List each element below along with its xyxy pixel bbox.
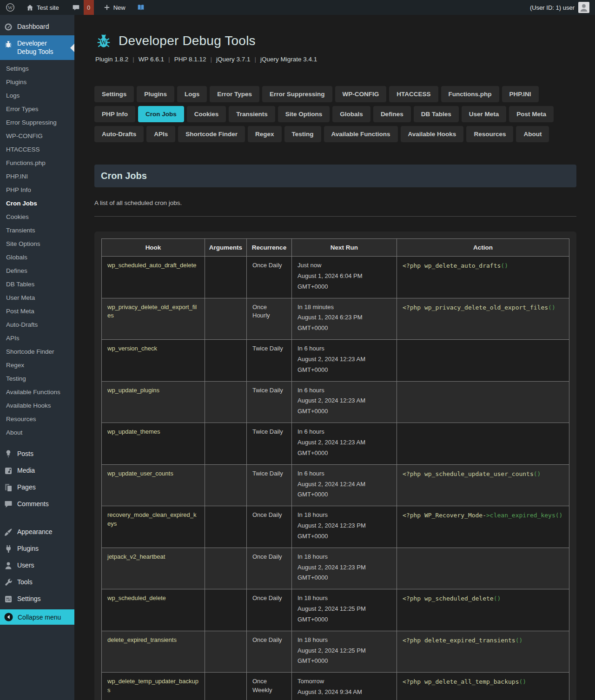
sidebar-item-plugins[interactable]: Plugins — [0, 75, 74, 89]
tab-about[interactable]: About — [516, 126, 549, 142]
site-menu[interactable]: Test site — [23, 0, 62, 15]
tab-globals[interactable]: Globals — [332, 106, 370, 122]
sidebar-item-error-suppressing[interactable]: Error Suppressing — [0, 116, 74, 129]
sidebar-item-php-info[interactable]: PHP Info — [0, 183, 74, 197]
cron-row-wp-version-check: wp_version_checkTwice DailyIn 6 hoursAug… — [102, 340, 569, 382]
arguments-cell — [205, 381, 247, 423]
sidebar-item-posts[interactable]: Posts — [0, 446, 74, 462]
sidebar-item-settings[interactable]: Settings — [0, 62, 74, 75]
arguments-cell — [205, 257, 247, 298]
sidebar-item-db-tables[interactable]: DB Tables — [0, 277, 74, 291]
sidebar-item-transients[interactable]: Transients — [0, 224, 74, 237]
tab-transients[interactable]: Transients — [229, 106, 275, 122]
site-name: Test site — [37, 4, 59, 11]
cron-row-wp-scheduled-auto-draft-delete: wp_scheduled_auto_draft_deleteOnce Daily… — [102, 257, 569, 298]
tab-testing[interactable]: Testing — [284, 126, 321, 142]
tab-settings[interactable]: Settings — [94, 86, 134, 102]
tab-cron-jobs[interactable]: Cron Jobs — [138, 106, 184, 122]
sidebar-item-available-functions[interactable]: Available Functions — [0, 385, 74, 399]
tab-available-functions[interactable]: Available Functions — [324, 126, 398, 142]
arguments-cell — [205, 464, 247, 506]
sidebar-item-regex[interactable]: Regex — [0, 358, 74, 372]
sidebar-item-logs[interactable]: Logs — [0, 89, 74, 102]
recurrence-cell: Once Hourly — [247, 298, 292, 340]
next-run-line: August 2, 2024 12:25 PM — [298, 605, 391, 614]
new-content-menu[interactable]: New — [100, 0, 128, 15]
sidebar-item-users[interactable]: Users — [0, 557, 74, 574]
tab-db-tables[interactable]: DB Tables — [414, 106, 459, 122]
next-run-line: Just now — [298, 261, 391, 270]
tab-wp-config[interactable]: WP-CONFIG — [335, 86, 387, 102]
sidebar-item-php-ini[interactable]: PHP.INI — [0, 170, 74, 183]
wordpress-logo-icon[interactable]: W — [3, 0, 18, 15]
next-run-line: August 2, 2024 12:25 PM — [298, 647, 391, 655]
menu-label: Dashboard — [17, 23, 49, 31]
tab-site-options[interactable]: Site Options — [278, 106, 330, 122]
sidebar-item-defines[interactable]: Defines — [0, 264, 74, 277]
account-menu[interactable]: (User ID: 1) user — [527, 0, 595, 15]
tab-apis[interactable]: APIs — [146, 126, 175, 142]
bug-icon — [4, 40, 13, 49]
next-run-line: August 2, 2024 12:23 AM — [298, 355, 391, 364]
tab-error-suppressing[interactable]: Error Suppressing — [262, 86, 332, 102]
action-code: <?php wp_scheduled_delete — [403, 595, 494, 602]
action-code-suffix: >clean_expired_keys() — [486, 512, 562, 519]
media-icon — [4, 466, 13, 475]
sidebar-item-apis[interactable]: APIs — [0, 331, 74, 345]
arguments-cell — [205, 631, 247, 673]
action-cell — [397, 381, 569, 423]
tab-logs[interactable]: Logs — [177, 86, 207, 102]
sidebar-item-globals[interactable]: Globals — [0, 251, 74, 264]
comments-shortcut[interactable] — [69, 0, 83, 15]
sidebar-item-media[interactable]: Media — [0, 462, 74, 479]
tab-post-meta[interactable]: Post Meta — [509, 106, 554, 122]
sidebar-item-available-hooks[interactable]: Available Hooks — [0, 399, 74, 412]
comment-count-badge[interactable]: 0 — [84, 0, 94, 15]
tab-auto-drafts[interactable]: Auto-Drafts — [94, 126, 144, 142]
sidebar-item-plugins[interactable]: Plugins — [0, 541, 74, 557]
sidebar-item-about[interactable]: About — [0, 426, 74, 439]
sidebar-item-cookies[interactable]: Cookies — [0, 210, 74, 224]
sidebar-item-functions-php[interactable]: Functions.php — [0, 156, 74, 170]
sidebar-item-post-meta[interactable]: Post Meta — [0, 304, 74, 318]
sidebar-item-site-options[interactable]: Site Options — [0, 237, 74, 251]
sidebar-item-appearance[interactable]: Appearance — [0, 524, 74, 541]
book-icon[interactable] — [134, 0, 148, 15]
tab-plugins[interactable]: Plugins — [137, 86, 174, 102]
tab-cookies[interactable]: Cookies — [187, 106, 226, 122]
tab-htaccess[interactable]: HTACCESS — [389, 86, 438, 102]
sidebar-item-error-types[interactable]: Error Types — [0, 102, 74, 116]
tab-resources[interactable]: Resources — [466, 126, 513, 142]
sidebar-item-comments[interactable]: Comments — [0, 496, 74, 513]
sidebar-item-pages[interactable]: Pages — [0, 479, 74, 496]
tab-php-ini[interactable]: PHP.INI — [502, 86, 539, 102]
user-info: (User ID: 1) user — [530, 4, 575, 11]
sidebar-item-testing[interactable]: Testing — [0, 372, 74, 385]
tab-user-meta[interactable]: User Meta — [462, 106, 507, 122]
next-run-line: August 2, 2024 12:23 PM — [298, 522, 391, 530]
sidebar-item-wp-config[interactable]: WP-CONFIG — [0, 129, 74, 143]
sidebar-item-htaccess[interactable]: HTACCESS — [0, 143, 74, 156]
sidebar-item-resources[interactable]: Resources — [0, 412, 74, 426]
action-cell: <?php wp_scheduled_delete() — [397, 589, 569, 631]
tab-shortcode-finder[interactable]: Shortcode Finder — [178, 126, 245, 142]
menu-label: Developer Debug Tools — [17, 40, 66, 56]
collapse-menu-button[interactable]: Collapse menu — [0, 609, 74, 625]
sidebar-item-auto-drafts[interactable]: Auto-Drafts — [0, 318, 74, 331]
tab-functions-php[interactable]: Functions.php — [441, 86, 499, 102]
sidebar-item-settings[interactable]: Settings — [0, 591, 74, 608]
page-title: Developer Debug Tools — [119, 33, 256, 48]
sidebar-item-user-meta[interactable]: User Meta — [0, 291, 74, 304]
tab-defines[interactable]: Defines — [373, 106, 411, 122]
hook-cell: wp_update_plugins — [102, 381, 205, 423]
sidebar-item-cron-jobs[interactable]: Cron Jobs — [0, 197, 74, 210]
sidebar-item-developer-debug-tools[interactable]: Developer Debug Tools — [0, 35, 74, 60]
tab-available-hooks[interactable]: Available Hooks — [401, 126, 464, 142]
tab-error-types[interactable]: Error Types — [210, 86, 259, 102]
sidebar-item-tools[interactable]: Tools — [0, 574, 74, 591]
sidebar-item-shortcode-finder[interactable]: Shortcode Finder — [0, 345, 74, 358]
tab-php-info[interactable]: PHP Info — [94, 106, 135, 122]
sidebar-item-dashboard[interactable]: Dashboard — [0, 19, 74, 35]
action-cell — [397, 340, 569, 382]
tab-regex[interactable]: Regex — [248, 126, 282, 142]
